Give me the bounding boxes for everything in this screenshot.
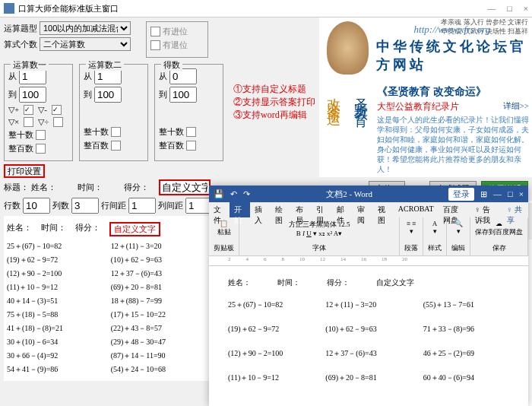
op2-to[interactable] xyxy=(94,87,122,103)
borrow-label: 有退位 xyxy=(163,40,188,51)
word-tab[interactable]: ♀ 告诉我 xyxy=(470,202,502,217)
word-equation: 60＋40－(6)=94 xyxy=(423,373,509,383)
equation-cell: 25＋(67)－10=82 xyxy=(7,241,105,252)
word-x-icon[interactable]: × xyxy=(519,189,524,198)
word-min-icon[interactable]: ⊞ xyxy=(480,189,487,199)
word-equation: 71＋33－(8)=96 xyxy=(423,324,509,335)
equation-cell: (87)＋14－11=90 xyxy=(111,350,209,361)
vertical-text-2: 圣贤教育 xyxy=(350,85,372,174)
equation-cell: 40＋14－(3)=51 xyxy=(7,296,105,306)
equation-cell: 18＋(88)－7=99 xyxy=(111,296,209,306)
word-titlebar[interactable]: 💾 ↶ ↷ 文档2 - Word 登录 ⊞ — □ × xyxy=(209,186,528,202)
tens2-checkbox[interactable] xyxy=(111,127,121,137)
type-label: 运算题型 xyxy=(4,23,37,34)
minimize-icon[interactable]: — xyxy=(487,4,496,13)
word-tab[interactable]: 文件 xyxy=(209,202,230,217)
word-equation: (55)＋13－7=61 xyxy=(423,300,509,310)
detail-link[interactable]: 详细>> xyxy=(503,100,529,112)
word-tab[interactable]: 引用 xyxy=(312,202,332,217)
carry-label: 有进位 xyxy=(163,26,188,37)
tens3-checkbox[interactable] xyxy=(186,127,196,137)
undo-icon[interactable]: ↶ xyxy=(230,189,237,199)
vertical-text-1: 改变命运 xyxy=(322,85,345,174)
equation-cell: (69)＋20－8=81 xyxy=(111,282,209,293)
op1-from[interactable] xyxy=(19,68,46,84)
save-icon[interactable]: 💾 xyxy=(214,189,224,199)
app-icon xyxy=(4,3,14,14)
result-group: 得数 从 到 整十数 整百数 xyxy=(154,64,223,161)
redo-icon[interactable]: ↷ xyxy=(243,189,250,199)
hund2-checkbox[interactable] xyxy=(111,141,121,151)
login-button[interactable]: 登录 xyxy=(448,188,474,201)
word-equation: (10)＋62－9=63 xyxy=(325,324,411,335)
equation-cell: 54＋41－(9)=86 xyxy=(7,364,105,375)
equation-cell: (19)＋62－9=72 xyxy=(7,255,105,265)
rows-input[interactable] xyxy=(23,198,50,214)
word-tab[interactable]: 开始 xyxy=(230,202,250,217)
op2-from[interactable] xyxy=(94,68,122,84)
banner: 孝亲魂 落入行 曾参经 文课行 华英成 汉武行 决场性 扫墓祥 http://w… xyxy=(319,17,532,82)
equation-cell: (12)＋90－2=100 xyxy=(7,268,105,279)
borrow-checkbox[interactable] xyxy=(150,40,160,50)
word-tab[interactable]: 视图 xyxy=(373,202,394,217)
word-tab[interactable]: ACROBAT xyxy=(394,202,439,217)
res-to[interactable] xyxy=(169,87,197,103)
carry-checkbox[interactable] xyxy=(150,27,160,36)
equation-cell: (22)＋43－8=57 xyxy=(111,323,209,334)
equation-cell: 12＋37－(6)=43 xyxy=(111,268,209,279)
word-tab[interactable]: 绘图 xyxy=(271,202,291,217)
banner-url[interactable]: http://www.xfrs.org xyxy=(414,24,490,36)
word-equation: 46＋25－(2)=69 xyxy=(423,348,509,359)
operand2-group: 运算数二 从 到 整十数 整百数 xyxy=(79,64,148,161)
word-equation: (11)＋10－9=12 xyxy=(228,373,314,383)
close-icon[interactable]: × xyxy=(524,4,528,13)
banner-title: 中华传统文化论坛官方网站 xyxy=(376,37,532,74)
equation-cell: 75＋(18)－5=88 xyxy=(7,309,105,320)
window-title: 口算大师全能标准版主窗口 xyxy=(18,3,119,14)
equation-cell: (29)＋48－30=47 xyxy=(111,337,209,347)
equation-cell: (11)＋10－9=12 xyxy=(7,282,105,293)
word-equation: 12＋37－(6)=43 xyxy=(325,348,411,359)
word-equation: 25＋(67)－10=82 xyxy=(228,300,314,310)
word-window: 💾 ↶ ↷ 文档2 - Word 登录 ⊞ — □ × 文件开始插入绘图布局引用… xyxy=(209,186,528,406)
word-share[interactable]: ♀ 共享 xyxy=(502,202,528,217)
word-close-icon[interactable]: □ xyxy=(508,189,513,198)
equation-cell: 30＋(10)－6=34 xyxy=(7,337,105,347)
count-select[interactable]: 二个运算数 xyxy=(40,37,131,51)
annotations: ①支持自定义标题 ②支持显示答案打印 ③支持word再编辑 xyxy=(230,64,315,161)
rowgap-input[interactable] xyxy=(128,198,156,214)
word-equation: (12)＋90－2=100 xyxy=(228,348,314,359)
maximize-icon[interactable]: □ xyxy=(507,4,512,13)
word-document[interactable]: 姓名： 时间： 得分： 自定义文字 25＋(67)－10=8212＋(11)－3… xyxy=(209,266,528,406)
equation-cell: (17)＋15－10=22 xyxy=(111,309,209,320)
custom-text-input[interactable] xyxy=(159,179,211,195)
type-select[interactable]: 100以内的加减法混合 xyxy=(40,21,131,35)
hund1-checkbox[interactable] xyxy=(36,144,46,154)
count-label: 算式个数 xyxy=(4,39,37,50)
word-tab[interactable]: 邮件 xyxy=(332,202,353,217)
word-tab[interactable]: 插入 xyxy=(250,202,271,217)
res-from[interactable] xyxy=(169,68,197,84)
word-max-icon[interactable]: — xyxy=(493,189,502,198)
tens1-checkbox[interactable] xyxy=(36,130,46,140)
word-equation: (69)＋20－8=81 xyxy=(325,373,411,383)
word-equation: (19)＋62－9=72 xyxy=(228,324,314,335)
op1-to[interactable] xyxy=(19,87,46,103)
banner-portrait xyxy=(327,21,369,75)
hund3-checkbox[interactable] xyxy=(186,141,196,151)
word-tab[interactable]: 百度网盘 xyxy=(439,202,470,217)
word-tab[interactable]: 审阅 xyxy=(353,202,373,217)
equation-cell: 30＋66－(4)=92 xyxy=(7,350,105,361)
print-section-label: 打印设置 xyxy=(4,164,45,178)
word-toolbar: 📋粘贴剪贴板 方正三孝黑简体 12.5B I U ▾ x₂ x² A▾字体 ≡ … xyxy=(209,217,528,256)
operand1-group: 运算数一 从 到 ▽+▽- ▽×▽÷ 整十数 整百数 xyxy=(4,64,73,161)
equation-cell: 41＋(18)－(8)=21 xyxy=(7,323,105,334)
equation-cell: (10)＋62－9=63 xyxy=(111,255,209,265)
cols-input[interactable] xyxy=(71,198,99,214)
equation-cell: (54)＋24－10=68 xyxy=(111,364,209,375)
word-ribbon-tabs: 文件开始插入绘图布局引用邮件审阅视图ACROBAT百度网盘♀ 告诉我♀ 共享 xyxy=(209,202,528,217)
equation-cell: 12＋(11)－3=20 xyxy=(111,241,209,252)
word-tab[interactable]: 布局 xyxy=(291,202,312,217)
word-equation: 12＋(11)－3=20 xyxy=(325,300,411,310)
window-titlebar: 口算大师全能标准版主窗口 — □ × xyxy=(0,0,532,17)
